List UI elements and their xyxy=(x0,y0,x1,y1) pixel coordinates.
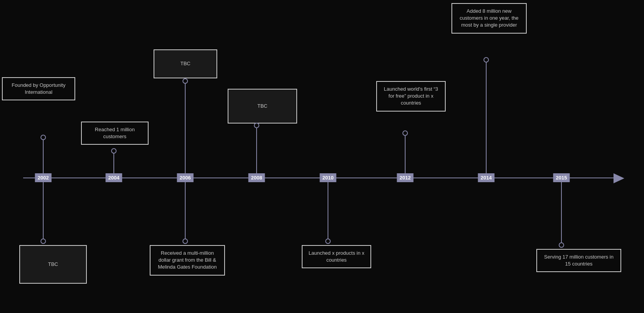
connector-tbc-2002 xyxy=(43,178,44,239)
node-founded xyxy=(41,135,46,140)
node-tbc-2010 xyxy=(254,123,259,128)
connector-grant xyxy=(185,178,186,239)
event-founded: Founded by Opportunity International xyxy=(2,77,75,100)
event-reached-text: Reached 1 million customers xyxy=(95,127,135,139)
event-grant: Received a multi-million dollar grant fr… xyxy=(150,245,225,276)
event-reached: Reached 1 million customers xyxy=(81,122,149,145)
node-serving-17 xyxy=(559,242,564,248)
event-8-million: Added 8 million new customers in one yea… xyxy=(451,3,527,34)
connector-tbc-2006 xyxy=(185,81,186,178)
year-2008: 2008 xyxy=(248,173,265,182)
event-tbc-2006-text: TBC xyxy=(181,60,191,67)
event-tbc-2010-text: TBC xyxy=(257,103,267,110)
event-launched-products-text: Launched x products in x countries xyxy=(309,250,365,263)
node-tbc-2006 xyxy=(183,78,188,84)
event-3-for-free-text: Launched world's first “3 for free” prod… xyxy=(384,86,438,106)
node-8-million xyxy=(483,57,489,63)
event-launched-products: Launched x products in x countries xyxy=(302,245,371,268)
connector-founded xyxy=(43,137,44,178)
event-tbc-2002-text: TBC xyxy=(48,261,58,268)
event-tbc-2010: TBC xyxy=(228,89,297,124)
timeline-arrow xyxy=(614,173,624,183)
event-tbc-2002: TBC xyxy=(19,245,87,284)
node-grant xyxy=(183,239,188,244)
connector-8-million xyxy=(486,60,487,178)
year-2006: 2006 xyxy=(177,173,194,182)
event-grant-text: Received a multi-million dollar grant fr… xyxy=(158,250,216,270)
connector-launched-products xyxy=(328,178,328,239)
year-2002: 2002 xyxy=(35,173,52,182)
year-2014: 2014 xyxy=(478,173,495,182)
node-launched-products xyxy=(325,239,331,244)
event-3-for-free: Launched world's first “3 for free” prod… xyxy=(376,81,446,112)
year-2012: 2012 xyxy=(397,173,414,182)
node-tbc-2002 xyxy=(41,239,46,244)
event-serving-17-text: Serving 17 million customers in 15 count… xyxy=(544,254,614,267)
node-reached xyxy=(111,148,117,154)
event-8-million-text: Added 8 million new customers in one yea… xyxy=(460,8,518,28)
connector-3-for-free xyxy=(405,133,406,178)
event-tbc-2006: TBC xyxy=(154,49,217,78)
node-3-for-free xyxy=(402,130,408,136)
year-2015: 2015 xyxy=(553,173,570,182)
year-2004: 2004 xyxy=(106,173,122,182)
timeline-container: 2002 2004 2006 2008 2010 2012 2014 2015 … xyxy=(0,0,644,313)
connector-serving-17 xyxy=(561,178,562,243)
year-2010: 2010 xyxy=(320,173,336,182)
connector-tbc-2010 xyxy=(256,125,257,178)
event-founded-text: Founded by Opportunity International xyxy=(12,82,65,95)
event-serving-17: Serving 17 million customers in 15 count… xyxy=(536,249,621,272)
